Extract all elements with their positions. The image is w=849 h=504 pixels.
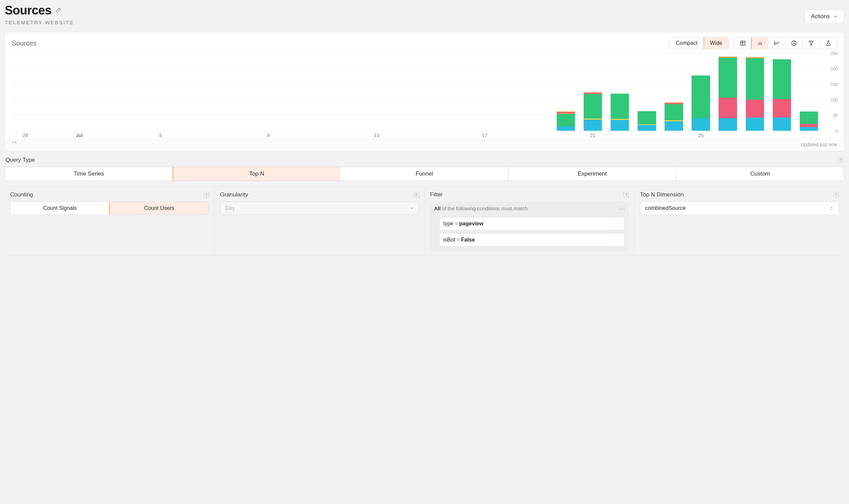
page-subtitle: TELEMETRY WEBSITE — [5, 20, 74, 25]
counting-option-count-signals[interactable]: Count Signals — [11, 202, 109, 215]
filter-expression: type=pageview — [444, 221, 484, 227]
chart-type-experiment-button[interactable] — [820, 37, 837, 49]
chart-type-funnel-button[interactable] — [803, 37, 820, 49]
help-icon[interactable]: ? — [414, 192, 419, 197]
chevron-down-icon — [409, 206, 414, 211]
topn-dimension-section: Top N Dimension ? combinedSource — [635, 187, 844, 255]
x-tick-label — [498, 133, 525, 139]
x-tick-label — [120, 133, 147, 139]
bar-segment — [692, 75, 710, 118]
bar-slot — [39, 53, 66, 131]
chart-type-toggle — [734, 37, 837, 49]
bar-stack[interactable] — [664, 103, 683, 131]
counting-section: Counting ? Count SignalsCount Users — [5, 187, 215, 255]
bar-segment — [800, 111, 818, 124]
bar-segment — [638, 125, 656, 131]
chart-area: 050100150200250 29Jul5913172125 — [5, 51, 844, 139]
bar-stack[interactable] — [800, 111, 818, 131]
bar-segment — [718, 98, 737, 118]
bar-stack[interactable] — [557, 111, 575, 131]
page-title: Sources — [5, 3, 52, 18]
counting-label: Counting — [10, 191, 33, 198]
filter-group-menu-icon[interactable]: ··· — [618, 205, 625, 213]
bar-stack[interactable] — [746, 57, 764, 131]
bar-segment — [746, 100, 764, 118]
query-tab-top-n[interactable]: Top N — [173, 167, 341, 181]
chevron-down-icon — [833, 14, 838, 19]
x-tick-label: 21 — [579, 133, 606, 139]
x-tick-label: 29 — [12, 133, 39, 139]
bar-slot — [201, 53, 228, 131]
actions-button[interactable]: Actions — [804, 10, 844, 23]
filter-item[interactable]: isBot=False··· — [439, 233, 625, 247]
view-wide-button[interactable]: Wide — [704, 37, 729, 49]
help-icon[interactable]: ? — [623, 192, 629, 197]
help-icon[interactable]: ? — [838, 157, 844, 163]
query-tab-funnel[interactable]: Funnel — [341, 167, 508, 181]
bar-stack[interactable] — [692, 75, 710, 131]
topn-dimension-select[interactable]: combinedSource — [640, 201, 839, 215]
bar-slot — [147, 53, 174, 131]
counting-option-count-users[interactable]: Count Users — [109, 201, 209, 215]
x-tick-label — [390, 133, 417, 139]
filter-item-menu-icon[interactable]: ··· — [614, 221, 620, 227]
bar-slot — [228, 53, 255, 131]
bar-stack[interactable] — [638, 111, 656, 131]
chart-type-line-button[interactable] — [768, 37, 785, 49]
x-tick-label: 5 — [147, 133, 174, 139]
bar-stack[interactable] — [611, 94, 629, 131]
granularity-select[interactable]: Day — [220, 201, 419, 215]
bar-stack[interactable] — [718, 57, 737, 131]
bar-stack[interactable] — [773, 59, 791, 131]
line-chart-icon — [774, 40, 780, 46]
filter-group-text: All of the following conditions must mat… — [434, 205, 625, 212]
bar-segment — [773, 118, 791, 131]
help-icon[interactable]: ? — [204, 192, 209, 197]
filter-group: All of the following conditions must mat… — [430, 201, 629, 251]
bar-segment — [584, 120, 602, 131]
bar-segment — [773, 99, 791, 118]
bar-segment — [584, 94, 602, 119]
flask-icon — [826, 40, 831, 46]
refresh-icon[interactable] — [12, 141, 17, 147]
x-tick-label — [525, 133, 552, 139]
chart-type-pie-button[interactable] — [785, 37, 803, 49]
bar-slot — [525, 53, 552, 131]
bar-slot — [336, 53, 363, 131]
help-icon[interactable]: ? — [833, 192, 839, 197]
bar-segment — [718, 118, 737, 131]
bar-slot — [120, 53, 147, 131]
query-tab-custom[interactable]: Custom — [676, 167, 844, 181]
bar-segment — [773, 59, 791, 99]
y-tick-label: 50 — [833, 113, 838, 118]
svg-rect-0 — [741, 41, 745, 45]
bar-slot — [66, 53, 93, 131]
x-tick-label — [174, 133, 201, 139]
chart-card: Sources Compact Wide — [5, 32, 844, 151]
bar-slot — [12, 53, 39, 131]
x-tick-label — [633, 133, 660, 139]
query-type-label: Query Type — [5, 157, 35, 163]
updated-text: Updated just now — [801, 142, 837, 147]
updown-icon — [829, 206, 834, 211]
filter-expression: isBot=False — [444, 237, 475, 243]
filter-item[interactable]: type=pageview··· — [439, 217, 625, 231]
view-compact-button[interactable]: Compact — [670, 37, 704, 49]
query-tab-experiment[interactable]: Experiment — [508, 167, 676, 181]
chart-card-title: Sources — [12, 39, 36, 47]
bar-segment — [718, 58, 737, 98]
bar-slot — [471, 53, 498, 131]
chart-type-bar-button[interactable] — [751, 37, 769, 49]
x-tick-label — [336, 133, 363, 139]
bar-slot — [633, 53, 660, 131]
query-tab-time-series[interactable]: Time Series — [5, 167, 173, 181]
edit-title-icon[interactable] — [55, 6, 63, 15]
bar-segment — [638, 111, 656, 124]
bar-segment — [746, 118, 764, 131]
bar-segment — [557, 114, 575, 126]
bar-segment — [746, 58, 764, 100]
filter-item-menu-icon[interactable]: ··· — [614, 237, 620, 243]
granularity-label: Granularity — [220, 191, 248, 198]
bar-stack[interactable] — [584, 92, 602, 131]
chart-type-table-button[interactable] — [734, 37, 751, 49]
